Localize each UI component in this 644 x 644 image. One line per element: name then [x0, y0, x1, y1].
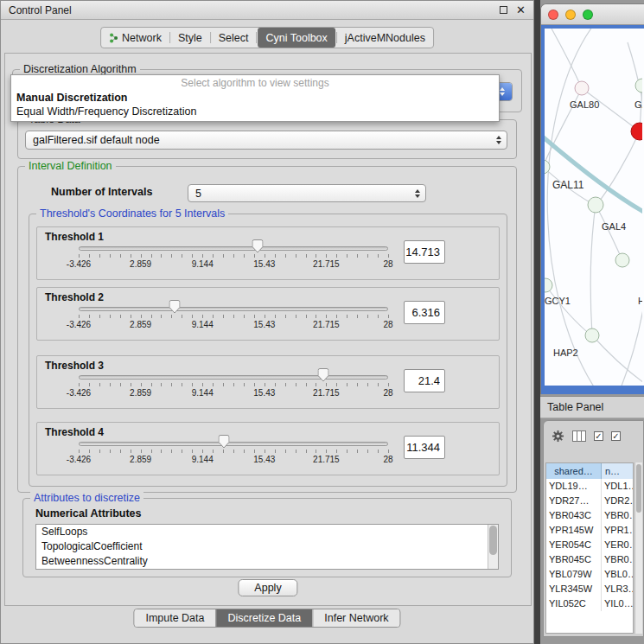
- network-node[interactable]: [615, 253, 629, 267]
- slider-track[interactable]: [79, 442, 388, 446]
- network-node[interactable]: [631, 123, 642, 140]
- titlebar-icons: ✕: [500, 5, 526, 16]
- threshold-4-value-field[interactable]: [404, 436, 445, 459]
- close-traffic-light[interactable]: [548, 10, 558, 20]
- table-row[interactable]: YDL19…YDL1…: [546, 479, 633, 494]
- popup-option-manual-discretization[interactable]: Manual Discretization: [11, 91, 499, 105]
- bottom-tab-infer-network[interactable]: Infer Network: [312, 609, 399, 627]
- attribute-item-betweennesscentrality[interactable]: BetweennessCentrality: [36, 554, 498, 569]
- attribute-item-selfloops[interactable]: SelfLoops: [36, 525, 498, 539]
- table-data-combobox-value: galFiltered.sif default node: [33, 132, 160, 149]
- scale-label: 28: [383, 320, 392, 329]
- slider-thumb[interactable]: [317, 368, 328, 382]
- number-of-intervals-label: Number of Intervals: [51, 186, 152, 198]
- column-header-name[interactable]: n…: [602, 463, 633, 479]
- table-row[interactable]: YBR043CYBR0…: [546, 508, 633, 523]
- tab-label: Select: [219, 32, 249, 44]
- threshold-3-value-field[interactable]: [404, 369, 445, 392]
- slider-track[interactable]: [79, 307, 388, 311]
- network-node[interactable]: [635, 79, 642, 92]
- tab-label: Style: [178, 32, 202, 44]
- cell-shared-name: YER054C: [546, 538, 602, 552]
- slider-track[interactable]: [79, 375, 388, 379]
- tab-style[interactable]: Style: [170, 28, 210, 48]
- table-row[interactable]: YBL079WYBL0…: [546, 567, 633, 582]
- float-icon[interactable]: [500, 6, 507, 14]
- zoom-traffic-light[interactable]: [583, 10, 593, 20]
- network-node-label: GA: [634, 99, 642, 110]
- network-node[interactable]: [588, 197, 603, 213]
- checkbox-checked-icon[interactable]: ✓: [594, 431, 603, 441]
- network-window: GAL80GAGAL11GAL4GCY1HHAP2: [540, 3, 644, 394]
- table-panel-window: ✓✓ shared…n… YDL19…YDL1…YDR27…YDR2…YBR04…: [543, 420, 644, 637]
- tab-select[interactable]: Select: [211, 28, 257, 48]
- tab-cyni-toolbox[interactable]: Cyni Toolbox: [258, 28, 335, 48]
- checkbox-checked-icon[interactable]: ✓: [611, 431, 621, 441]
- slider-ticks: [79, 315, 388, 318]
- number-of-intervals-value: 5: [195, 186, 201, 202]
- combo-stepper-icon: [415, 189, 420, 198]
- network-window-titlebar[interactable]: [541, 4, 644, 25]
- columns-icon[interactable]: [572, 430, 586, 442]
- minimize-traffic-light[interactable]: [565, 10, 576, 20]
- scale-label: 28: [383, 259, 392, 269]
- numerical-attributes-label: Numerical Attributes: [35, 507, 141, 520]
- tab-network[interactable]: Network: [101, 28, 169, 48]
- network-edge: [545, 285, 591, 335]
- scale-label: 9.144: [192, 320, 214, 329]
- network-node[interactable]: [575, 81, 589, 95]
- table-scrollbar[interactable]: [634, 462, 642, 634]
- slider-track[interactable]: [79, 246, 388, 251]
- scale-label: 2.859: [130, 320, 151, 329]
- slider-thumb[interactable]: [169, 300, 180, 314]
- network-canvas[interactable]: GAL80GAGAL11GAL4GCY1HHAP2: [545, 29, 644, 386]
- table-row[interactable]: YIL052CYIL0…: [546, 596, 633, 611]
- number-of-intervals-combobox[interactable]: 5: [188, 184, 426, 202]
- table-row[interactable]: YBR045CYBR0…: [546, 552, 633, 567]
- table-data-combobox[interactable]: galFiltered.sif default node: [25, 131, 507, 150]
- cell-shared-name: YBR043C: [546, 508, 602, 523]
- slider-thumb[interactable]: [219, 435, 230, 449]
- threshold-1-value-field[interactable]: [404, 240, 445, 264]
- table-row[interactable]: YER054CYER0…: [546, 538, 633, 552]
- cell-name: YIL0…: [602, 596, 633, 611]
- slider-scale-labels: -3.4262.8599.14415.4321.71528: [79, 388, 388, 399]
- network-svg[interactable]: GAL80GAGAL11GAL4GCY1HHAP2: [545, 29, 642, 386]
- node-table: shared…n… YDL19…YDL1…YDR27…YDR2…YBR043CY…: [545, 462, 634, 634]
- table-row[interactable]: YLR345WYLR3…: [546, 582, 633, 596]
- table-row[interactable]: YPR145WYPR1…: [546, 523, 633, 538]
- network-node-label: GAL11: [552, 179, 584, 191]
- attributes-listbox[interactable]: SelfLoopsTopologicalCoefficientBetweenne…: [35, 524, 499, 570]
- slider-thumb[interactable]: [252, 239, 263, 253]
- list-scrollbar[interactable]: [488, 525, 498, 569]
- cell-shared-name: YDR27…: [546, 494, 602, 508]
- bottom-tab-discretize-data[interactable]: Discretize Data: [216, 609, 313, 627]
- apply-button[interactable]: Apply: [238, 579, 297, 596]
- network-node[interactable]: [585, 328, 599, 342]
- scale-label: 21.715: [313, 455, 340, 464]
- column-header-shared-name[interactable]: shared…: [546, 463, 602, 479]
- close-icon[interactable]: ✕: [516, 5, 526, 16]
- table-scrollbar-thumb[interactable]: [636, 464, 641, 513]
- panel-divider[interactable]: [534, 0, 540, 644]
- threshold-2-value-field[interactable]: [404, 301, 445, 324]
- cell-name: YDR2…: [602, 494, 633, 508]
- network-node[interactable]: [545, 278, 552, 292]
- cell-name: YBL0…: [602, 567, 633, 582]
- table-row[interactable]: YDR27…YDR2…: [546, 494, 633, 508]
- popup-option-equal-width-frequency-discretization[interactable]: Equal Width/Frequency Discretization: [11, 105, 499, 118]
- combo-stepper-icon: [496, 136, 501, 144]
- cell-name: YBR0…: [602, 552, 633, 567]
- network-node-label: HAP2: [553, 348, 578, 358]
- list-scrollbar-thumb[interactable]: [489, 526, 497, 555]
- cell-shared-name: YBR045C: [546, 552, 602, 567]
- tab-jactivemnodules[interactable]: jActiveMNodules: [337, 28, 433, 48]
- scale-label: 2.859: [130, 455, 151, 464]
- attribute-item-topologicalcoefficient[interactable]: TopologicalCoefficient: [36, 539, 498, 554]
- cell-shared-name: YLR345W: [546, 582, 602, 596]
- scale-label: 15.43: [253, 320, 275, 329]
- scale-label: -3.426: [67, 259, 91, 269]
- cell-name: YDL1…: [602, 479, 633, 494]
- gear-icon[interactable]: [552, 430, 564, 443]
- bottom-tab-impute-data[interactable]: Impute Data: [134, 609, 215, 627]
